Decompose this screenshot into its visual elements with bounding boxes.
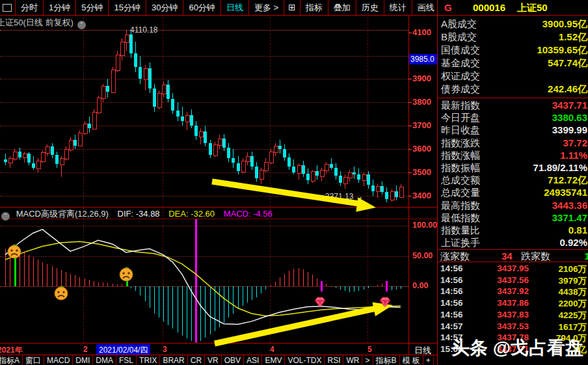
- indicator-FSL[interactable]: FSL: [116, 355, 137, 365]
- turnover-label: B股成交: [441, 31, 477, 44]
- diamond-marker: [314, 297, 327, 311]
- price-axis-tick: [408, 126, 412, 126]
- indicator-MACD[interactable]: MACD: [44, 355, 73, 365]
- macd-axis-label: 50.00: [412, 251, 433, 260]
- timeframe-分时[interactable]: 分时: [15, 0, 44, 15]
- tool-历史[interactable]: 历史: [356, 0, 384, 15]
- tool-统计[interactable]: 统计: [384, 0, 412, 15]
- price-axis-label: 3700: [412, 120, 431, 130]
- timeframe-15分钟[interactable]: 15分钟: [109, 0, 146, 15]
- decliners-count: 16: [584, 250, 588, 262]
- timeframe-30分钟[interactable]: 30分钟: [146, 0, 183, 15]
- tick-row: 14:563437.924438万: [438, 286, 588, 297]
- indicator-RSI[interactable]: RSI: [325, 355, 343, 365]
- timeframe-60分钟[interactable]: 60分钟: [183, 0, 220, 15]
- sad-face-marker: [53, 285, 69, 303]
- stat-value: 1.11%: [560, 150, 587, 161]
- quote-panel: G 000016 上证50 A股成交3900.95亿B股成交1.52亿国债成交1…: [437, 0, 588, 365]
- dif-line: [5, 230, 401, 325]
- indicator-模 板[interactable]: 模 板: [400, 355, 423, 365]
- stat-value: 0.81: [568, 224, 587, 236]
- tool-指标[interactable]: 指标: [301, 0, 328, 15]
- indicator-CR[interactable]: CR: [188, 355, 205, 365]
- stat-label: 指数量比: [441, 224, 480, 237]
- indicator-+[interactable]: +: [423, 355, 434, 365]
- window-icon[interactable]: [3, 4, 12, 12]
- indicator-VR[interactable]: VR: [205, 355, 222, 365]
- index-stat-row: 指数涨跌37.72: [438, 137, 588, 150]
- indicator-ASI[interactable]: ASI: [244, 355, 262, 365]
- macd-gridline: [0, 256, 408, 257]
- turnover-label: 基金成交: [441, 57, 480, 70]
- price-axis-tick: [408, 102, 412, 103]
- stat-label: 最高指数: [441, 200, 480, 212]
- timeframe-group: 分时1分钟5分钟15分钟30分钟60分钟日线更多 >: [15, 0, 284, 15]
- max-price-label: 4110.18: [130, 25, 158, 34]
- price-gridline: [0, 102, 408, 103]
- indicator-VOL-TDX[interactable]: VOL-TDX: [285, 355, 325, 365]
- stat-value: 3371.47: [552, 212, 587, 223]
- price-axis-tick: [408, 196, 412, 196]
- tick-time: 14:56: [440, 264, 463, 273]
- indicator-DMA[interactable]: DMA: [93, 355, 116, 365]
- timeframe-日线[interactable]: 日线: [221, 0, 249, 15]
- indicator->[interactable]: >: [362, 355, 373, 365]
- tick-price: 3437.86: [497, 298, 529, 308]
- indicator-OBV[interactable]: OBV: [222, 355, 244, 365]
- quote-header: G 000016 上证50: [438, 0, 588, 16]
- macd-title: MACD高级背离(12,26,9): [16, 209, 109, 219]
- price-axis-label: 4100: [412, 27, 431, 37]
- sad-face-marker: [7, 243, 22, 262]
- stat-value: 3437.71: [552, 100, 587, 111]
- indicator-BRAR[interactable]: BRAR: [160, 355, 187, 365]
- stat-value: 71.89/2.11%: [533, 162, 587, 173]
- watermark: 头条 @戈占看盘: [451, 336, 583, 360]
- tick-row: 14:563437.563979万: [438, 275, 588, 286]
- indicator-WR[interactable]: WR: [343, 355, 362, 365]
- chevron-down-icon[interactable]: ˇ: [1, 212, 10, 221]
- low-price-label: 3371.13: [325, 192, 363, 201]
- index-stat-row: 今日开盘3380.63: [438, 112, 588, 124]
- price-gridline: [0, 56, 408, 57]
- stat-value: 3399.99: [552, 124, 587, 135]
- tick-row: 14:563437.834225万: [438, 310, 588, 321]
- price-axis-label: 3400: [412, 191, 431, 200]
- stat-label: 指数涨幅: [441, 150, 480, 162]
- tick-row: 14:573437.531617万: [438, 321, 588, 332]
- layout-grid-icon[interactable]: ⊞: [284, 0, 301, 15]
- market-flag: G: [444, 2, 452, 13]
- indicator-窗口[interactable]: 窗口: [23, 355, 44, 365]
- advancers-count: 34: [501, 250, 513, 262]
- month-gridline: [270, 17, 271, 343]
- indicator-指标A[interactable]: 指标A: [0, 355, 23, 365]
- timeframe-更多 >[interactable]: 更多 >: [249, 0, 284, 15]
- timeframe-1分钟[interactable]: 1分钟: [44, 0, 76, 15]
- tick-price: 3437.92: [497, 286, 529, 296]
- tick-time: 14:57: [440, 321, 463, 331]
- turnover-label: 债券成交: [441, 83, 480, 96]
- indicator-指标B[interactable]: 指标B: [373, 355, 400, 365]
- tool-画线[interactable]: 画线: [412, 0, 440, 15]
- index-stat-row: 指数振幅71.89/2.11%: [438, 162, 588, 174]
- price-axis-label: 3600: [412, 144, 431, 154]
- index-stat-row: 最新指数3437.71: [438, 100, 588, 112]
- tool-叠加[interactable]: 叠加: [328, 0, 356, 15]
- turnover-row: 基金成交547.74亿: [438, 57, 588, 70]
- stat-label: 总成交额: [441, 174, 480, 187]
- magenta-signal-tick: [321, 281, 323, 292]
- chevron-down-icon[interactable]: ˇ: [77, 21, 86, 29]
- section-divider: [438, 98, 588, 98]
- indicator-DMI[interactable]: DMI: [73, 355, 93, 365]
- stat-value: 0.92%: [559, 237, 587, 248]
- tick-price: 3437.83: [497, 310, 529, 319]
- trading-app-window: 分时1分钟5分钟15分钟30分钟60分钟日线更多 > ⊞ 指标叠加历史统计画线F…: [0, 0, 588, 365]
- stat-label: 指数涨跌: [441, 137, 480, 150]
- stat-label: 昨日收盘: [441, 124, 480, 137]
- indicator-TRIX[interactable]: TRIX: [137, 355, 160, 365]
- timeframe-5分钟[interactable]: 5分钟: [76, 0, 109, 15]
- index-stat-row: 指数涨幅1.11%: [438, 150, 588, 162]
- indicator-EMV[interactable]: EMV: [262, 355, 285, 365]
- macd-axis-label: 100.00: [412, 221, 437, 230]
- month-label: 2: [83, 345, 88, 354]
- tick-time: 14:56: [440, 298, 463, 308]
